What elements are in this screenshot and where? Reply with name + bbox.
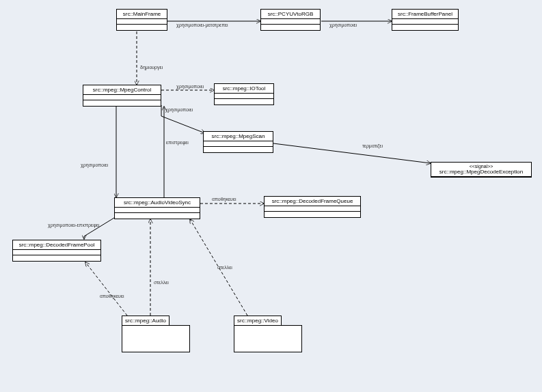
class-decodedframepool-title: src::mpeg::DecodedFramePool (13, 240, 100, 250)
label-mpegscan-mpegcontrol: επιστρεφει (166, 140, 189, 145)
class-pcyuvtorgb-title: src::PCYUVtoRGB (261, 10, 320, 19)
class-framebufferpanel-title: src::FrameBufferPanel (392, 10, 458, 19)
class-mpegscan: src::mpeg::MpegScan (203, 131, 273, 153)
label-mpegcontrol-iotool: χρησιμοποιει (176, 84, 204, 89)
class-audiovideosync: src::mpeg::AudioVideoSync (114, 197, 200, 219)
exception-stereotype: <<signal>> (434, 164, 528, 169)
label-video-avsync: στελλει (217, 265, 232, 270)
class-iotool-title: src::mpeg::IOTool (215, 84, 273, 94)
package-video: src::mpeg::Video (234, 316, 302, 352)
label-mpegcontrol-mpegscan: χρησιμοποιει (165, 107, 193, 112)
package-audio: src::mpeg::Audio (122, 316, 190, 352)
class-decodedframequeue: src::mpeg::DecodedFrameQueue (264, 196, 361, 218)
package-video-title: src::mpeg::Video (234, 316, 282, 325)
class-audiovideosync-title: src::mpeg::AudioVideoSync (115, 198, 200, 208)
label-mpegcontrol-avsync: χρησιμοποιει (81, 163, 108, 167)
package-audio-title: src::mpeg::Audio (122, 316, 170, 325)
class-mpegcontrol-title: src::mpeg::MpegControl (83, 85, 161, 95)
svg-line-9 (85, 262, 127, 316)
class-mainframe-title: src::MainFrame (117, 10, 167, 19)
label-mpegscan-exception: τερματιζει (362, 143, 383, 148)
class-framebufferpanel: src::FrameBufferPanel (392, 9, 459, 31)
label-avsync-dfp: χρησιμοποιει-επιστρεφει (48, 223, 99, 227)
svg-line-11 (273, 143, 431, 163)
label-audio-dfp: αποθηκευει (100, 294, 124, 298)
class-decodedframequeue-title: src::mpeg::DecodedFrameQueue (265, 197, 360, 206)
class-decodedframepool: src::mpeg::DecodedFramePool (12, 240, 101, 262)
class-mpegscan-title: src::mpeg::MpegScan (204, 132, 273, 141)
class-mpegcontrol: src::mpeg::MpegControl (83, 85, 161, 107)
label-mainframe-pcyuvtorgb: χρησιμοποιει-μετατρεπει (176, 23, 228, 27)
label-mainframe-mpegcontrol: δημιουργει (140, 65, 163, 70)
label-pcyuvtorgb-framebuffer: χρησιμοποιει (329, 23, 357, 27)
label-avsync-dfq: αποθηκευει (212, 197, 236, 201)
exception-name: src::mpeg::MpegDecodeException (434, 169, 528, 175)
class-pcyuvtorgb: src::PCYUVtoRGB (260, 9, 321, 31)
class-mpegdecodeexception: <<signal>> src::mpeg::MpegDecodeExceptio… (431, 162, 532, 178)
label-audio-avsync: στελλει (154, 280, 169, 285)
class-iotool: src::mpeg::IOTool (214, 83, 274, 105)
class-mainframe: src::MainFrame (116, 9, 167, 31)
